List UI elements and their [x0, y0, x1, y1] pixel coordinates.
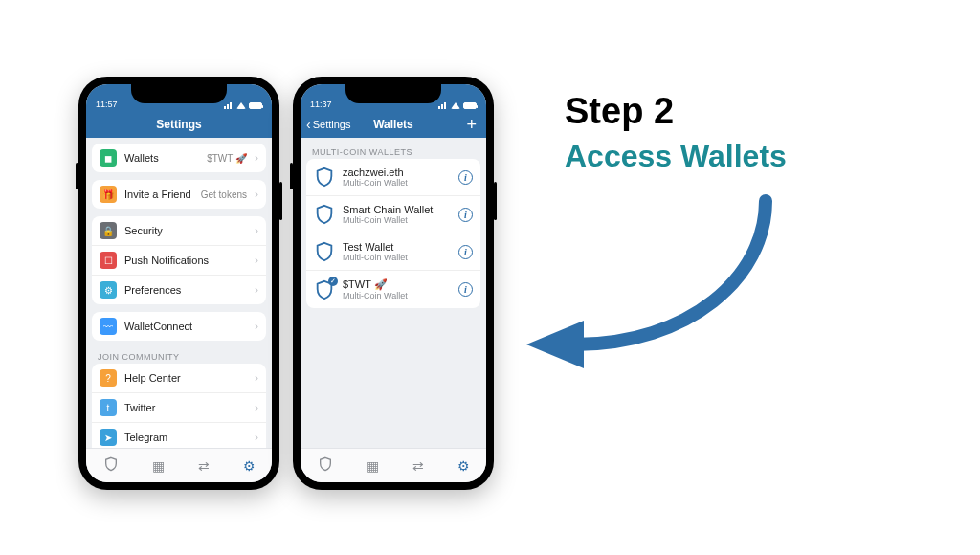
walletconnect-icon: 〰: [100, 318, 117, 335]
help-center-row[interactable]: ? Help Center ›: [92, 364, 266, 392]
tab-grid[interactable]: ▦: [152, 458, 165, 474]
chevron-left-icon: ‹: [306, 117, 311, 132]
telegram-row[interactable]: ➤ Telegram ›: [92, 422, 266, 448]
bell-icon: ☐: [100, 252, 117, 269]
walletconnect-row[interactable]: 〰 WalletConnect ›: [92, 312, 266, 341]
nav-bar: Settings: [86, 111, 272, 138]
wallet-name: zachzwei.eth: [343, 166, 451, 178]
wallets-row[interactable]: ◼ Wallets $TWT 🚀 ›: [92, 144, 266, 172]
wallet-sub: Multi-Coin Wallet: [343, 253, 451, 262]
row-label: Twitter: [124, 402, 247, 413]
preferences-row[interactable]: ⚙ Preferences ›: [92, 275, 266, 304]
back-label: Settings: [313, 119, 351, 130]
row-label: WalletConnect: [124, 321, 247, 332]
twitter-icon: t: [100, 399, 117, 416]
nav-bar: ‹ Settings Wallets +: [301, 111, 486, 138]
chevron-right-icon: ›: [255, 401, 258, 414]
twitter-row[interactable]: t Twitter ›: [92, 392, 266, 422]
row-label: Wallets: [124, 152, 199, 164]
wallet-row[interactable]: Test Wallet Multi-Coin Wallet i: [306, 233, 480, 270]
wallet-row[interactable]: Smart Chain Wallet Multi-Coin Wallet i: [306, 195, 480, 233]
wallets-list: zachzwei.eth Multi-Coin Wallet i Smart C…: [306, 159, 480, 308]
row-label: Help Center: [124, 372, 247, 384]
chevron-right-icon: ›: [255, 320, 258, 333]
row-label: Security: [124, 225, 247, 236]
wallet-name: $TWT 🚀: [343, 278, 451, 291]
swoosh-arrow: [517, 182, 785, 373]
security-row[interactable]: 🔒 Security ›: [92, 216, 266, 245]
wallet-row[interactable]: zachzwei.eth Multi-Coin Wallet i: [306, 159, 480, 195]
help-icon: ?: [100, 369, 117, 387]
status-time: 11:57: [96, 100, 118, 109]
tab-swap[interactable]: ⇄: [412, 458, 424, 474]
chevron-right-icon: ›: [255, 188, 258, 201]
wallet-sub: Multi-Coin Wallet: [343, 291, 451, 300]
wallet-name: Test Wallet: [343, 241, 451, 253]
info-icon[interactable]: i: [458, 208, 473, 222]
wallet-row[interactable]: ✓ $TWT 🚀 Multi-Coin Wallet i: [306, 270, 480, 308]
settings-content: ◼ Wallets $TWT 🚀 › 🎁 Invite a Friend Get…: [86, 138, 272, 448]
tab-bar: ▦ ⇄ ⚙: [86, 448, 272, 482]
notifications-row[interactable]: ☐ Push Notifications ›: [92, 245, 266, 275]
info-icon[interactable]: i: [458, 282, 473, 297]
check-badge-icon: ✓: [328, 277, 338, 286]
info-icon[interactable]: i: [458, 170, 473, 185]
wallet-sub: Multi-Coin Wallet: [343, 178, 451, 188]
row-label: Push Notifications: [124, 255, 247, 266]
tab-shield[interactable]: [103, 456, 119, 475]
tab-bar: ▦ ⇄ ⚙: [301, 448, 486, 482]
shield-icon: ✓: [314, 279, 335, 300]
tab-grid[interactable]: ▦: [367, 458, 379, 474]
wallet-name: Smart Chain Wallet: [343, 204, 451, 215]
community-header: JOIN COMMUNITY: [92, 348, 266, 364]
tab-settings[interactable]: ⚙: [457, 458, 470, 474]
phone-notch: [345, 84, 441, 103]
chevron-right-icon: ›: [255, 371, 258, 385]
chevron-right-icon: ›: [255, 224, 258, 237]
wallets-content: MULTI-COIN WALLETS zachzwei.eth Multi-Co…: [301, 138, 486, 448]
shield-icon: [314, 241, 335, 262]
phone-notch: [131, 84, 227, 103]
row-label: Preferences: [124, 284, 247, 296]
tab-settings[interactable]: ⚙: [243, 458, 256, 474]
chevron-right-icon: ›: [255, 431, 258, 444]
wallet-icon: ◼: [100, 149, 117, 166]
signal-icon: [438, 102, 448, 109]
nav-title: Wallets: [373, 118, 413, 131]
svg-marker-0: [526, 321, 584, 368]
battery-icon: [463, 102, 477, 109]
back-button[interactable]: ‹ Settings: [306, 117, 350, 132]
shield-icon: [314, 166, 335, 188]
wallet-sub: Multi-Coin Wallet: [343, 215, 451, 225]
phone-wallets: 11:37 ‹ Settings Wallets + MULTI-COIN WA…: [293, 77, 494, 490]
row-value: $TWT 🚀: [207, 153, 247, 164]
wifi-icon: [451, 102, 460, 109]
step-subtitle: Access Wallets: [565, 139, 787, 174]
row-label: Telegram: [124, 432, 247, 443]
status-time: 11:37: [310, 100, 332, 109]
info-icon[interactable]: i: [458, 245, 473, 259]
row-value: Get tokens: [201, 189, 247, 200]
shield-icon: [314, 204, 335, 225]
chevron-right-icon: ›: [255, 151, 258, 165]
invite-row[interactable]: 🎁 Invite a Friend Get tokens ›: [92, 180, 266, 209]
battery-icon: [249, 102, 262, 109]
add-wallet-button[interactable]: +: [466, 116, 477, 133]
nav-title: Settings: [156, 118, 201, 131]
chevron-right-icon: ›: [255, 283, 258, 297]
chevron-right-icon: ›: [255, 254, 258, 267]
step-title: Step 2: [565, 91, 674, 132]
gift-icon: 🎁: [100, 186, 117, 203]
wallets-section-header: MULTI-COIN WALLETS: [306, 144, 480, 159]
lock-icon: 🔒: [100, 222, 117, 239]
phone-settings: 11:57 Settings ◼ Wallets $TWT 🚀 ›: [78, 77, 279, 490]
tab-swap[interactable]: ⇄: [198, 458, 210, 474]
wifi-icon: [236, 102, 246, 109]
row-label: Invite a Friend: [124, 189, 193, 200]
telegram-icon: ➤: [100, 429, 117, 446]
gear-icon: ⚙: [100, 281, 117, 299]
signal-icon: [224, 102, 234, 109]
tab-shield[interactable]: [318, 456, 333, 475]
